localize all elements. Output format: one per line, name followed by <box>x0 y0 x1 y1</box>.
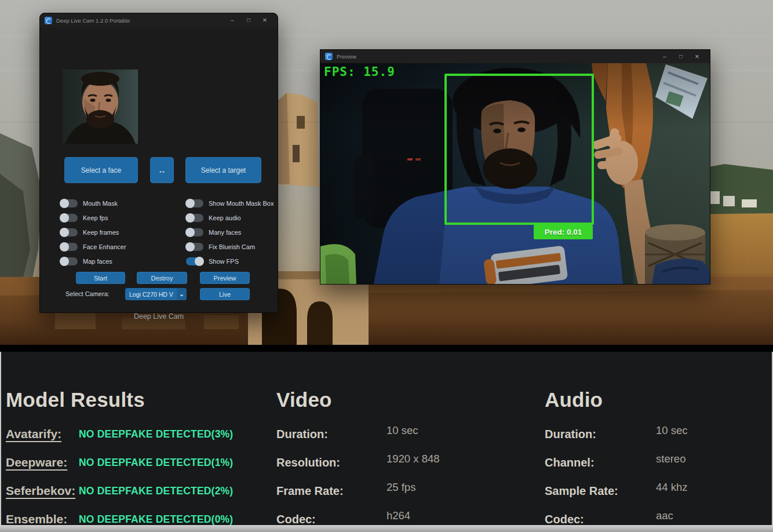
live-label: Live <box>219 291 231 298</box>
switch[interactable] <box>186 243 203 251</box>
video-info-value: 10 sec <box>386 424 418 437</box>
close-icon[interactable]: ✕ <box>257 13 273 27</box>
camera-dropdown[interactable]: Logi C270 HD V ⌄ <box>125 288 187 300</box>
toggle-label: Keep frames <box>83 229 119 236</box>
video-info-value: h264 <box>386 509 410 522</box>
model-result-value: NO DEEPFAKE DETECTED(0%) <box>79 513 233 526</box>
audio-info-row: Duration: 10 sec <box>545 427 771 442</box>
model-name-link[interactable]: Ensemble: <box>6 512 79 526</box>
start-label: Start <box>94 275 107 282</box>
model-result-row: Deepware: NO DEEPFAKE DETECTED(1%) <box>6 455 261 470</box>
video-info-row: Frame Rate: 25 fps <box>276 483 526 498</box>
audio-info-value: aac <box>656 509 673 522</box>
video-info-value: 25 fps <box>386 481 415 494</box>
maximize-icon[interactable]: □ <box>673 50 689 63</box>
video-info-label: Codec: <box>276 513 386 526</box>
model-name-link[interactable]: Seferbekov: <box>6 484 79 498</box>
toggle-keep-fps[interactable]: Keep fps <box>60 213 108 222</box>
dlc-titlebar[interactable]: Deep Live Cam 1.2.0 Portable – □ ✕ <box>40 13 278 27</box>
select-camera-label: Select Camera: <box>65 290 110 297</box>
preview-titlebar[interactable]: Preview – □ ✕ <box>320 50 710 63</box>
toggle-show-mouth-mask-box[interactable]: Show Mouth Mask Box <box>186 199 274 207</box>
toggle-many-faces[interactable]: Many faces <box>186 228 241 236</box>
audio-info-value: 10 sec <box>656 424 688 437</box>
audio-section-title: Audio <box>545 387 771 413</box>
switch[interactable] <box>60 257 78 265</box>
toggle-label: Many faces <box>209 229 241 236</box>
model-results-title: Model Results <box>6 387 261 413</box>
audio-info-label: Codec: <box>545 513 656 526</box>
video-section-title: Video <box>276 387 526 413</box>
select-target-button[interactable]: Select a target <box>185 157 261 183</box>
video-info-label: Resolution: <box>276 456 386 469</box>
toggle-show-fps[interactable]: Show FPS <box>186 257 239 265</box>
camera-dropdown-value: Logi C270 HD V <box>125 291 177 298</box>
video-info-value: 1920 x 848 <box>386 453 440 465</box>
audio-info-section: Audio Duration: 10 sec Channel: stereo S… <box>545 387 771 532</box>
toggle-face-enhancer[interactable]: Face Enhancer <box>60 242 126 251</box>
swap-faces-button[interactable]: ↔ <box>150 157 174 183</box>
start-button[interactable]: Start <box>76 272 125 284</box>
chevron-down-icon: ⌄ <box>177 288 187 300</box>
maximize-icon[interactable]: □ <box>240 13 257 27</box>
swap-arrows-icon: ↔ <box>158 166 166 175</box>
toggle-label: Mouth Mask <box>83 200 118 207</box>
toggle-label: Show Mouth Mask Box <box>209 200 274 207</box>
prediction-label: Pred: 0.01 <box>534 225 593 239</box>
model-name-link[interactable]: Deepware: <box>6 456 79 469</box>
toggle-label: Keep audio <box>209 214 241 221</box>
audio-info-label: Duration: <box>545 428 656 441</box>
select-face-button[interactable]: Select a face <box>64 157 138 183</box>
toggle-keep-audio[interactable]: Keep audio <box>186 213 241 222</box>
deep-live-cam-app-icon <box>45 17 52 24</box>
webcam-feed: FPS: 15.9 Pred: 0.01 <box>320 63 710 284</box>
preview-window-title: Preview <box>337 53 356 60</box>
audio-info-value: 44 khz <box>656 481 688 494</box>
switch[interactable] <box>60 228 78 236</box>
audio-info-label: Channel: <box>545 456 656 469</box>
dlc-footer-text: Deep Live Cam <box>40 312 278 320</box>
model-name-link[interactable]: Avatarify: <box>6 427 79 441</box>
live-button[interactable]: Live <box>200 288 250 300</box>
screen: Deep Live Cam 1.2.0 Portable – □ ✕ <box>0 0 773 532</box>
toggle-label: Face Enhancer <box>83 243 126 250</box>
toggle-label: Map faces <box>83 258 112 265</box>
audio-info-value: stereo <box>656 453 686 465</box>
switch[interactable] <box>186 257 203 265</box>
audio-info-label: Sample Rate: <box>545 484 656 498</box>
model-result-row: Avatarify: NO DEEPFAKE DETECTED(3%) <box>6 427 261 442</box>
dlc-window-title: Deep Live Cam 1.2.0 Portable <box>56 17 130 24</box>
switch[interactable] <box>60 199 78 207</box>
fps-overlay: FPS: 15.9 <box>324 65 395 79</box>
audio-info-row: Sample Rate: 44 khz <box>545 483 771 498</box>
video-info-label: Duration: <box>276 428 386 441</box>
audio-info-row: Channel: stereo <box>545 455 771 470</box>
toggle-keep-frames[interactable]: Keep frames <box>60 228 119 236</box>
video-info-section: Video Duration: 10 sec Resolution: 1920 … <box>276 387 526 532</box>
model-results-section: Model Results Avatarify: NO DEEPFAKE DET… <box>6 387 261 532</box>
source-face-image <box>63 70 138 144</box>
preview-app-icon <box>325 53 333 60</box>
video-info-row: Duration: 10 sec <box>276 427 526 442</box>
preview-button[interactable]: Preview <box>200 272 250 284</box>
toggle-label: Fix Blueish Cam <box>209 243 255 250</box>
toggle-label: Keep fps <box>83 214 108 221</box>
switch[interactable] <box>186 228 203 236</box>
face-detection-box <box>444 74 594 225</box>
toggle-mouth-mask[interactable]: Mouth Mask <box>60 199 118 207</box>
minimize-icon[interactable]: – <box>224 13 240 27</box>
preview-label: Preview <box>213 275 236 282</box>
switch[interactable] <box>60 243 78 251</box>
switch[interactable] <box>186 199 203 207</box>
close-icon[interactable]: ✕ <box>689 50 705 63</box>
model-result-value: NO DEEPFAKE DETECTED(1%) <box>79 457 233 469</box>
switch[interactable] <box>60 214 78 222</box>
switch[interactable] <box>186 214 203 222</box>
toggle-fix-blueish-cam[interactable]: Fix Blueish Cam <box>186 242 255 251</box>
select-face-label: Select a face <box>81 166 121 174</box>
toggle-label: Show FPS <box>209 258 239 265</box>
minimize-icon[interactable]: – <box>657 50 673 63</box>
video-info-row: Resolution: 1920 x 848 <box>276 455 526 470</box>
destroy-button[interactable]: Destroy <box>137 272 187 284</box>
toggle-map-faces[interactable]: Map faces <box>60 257 112 265</box>
